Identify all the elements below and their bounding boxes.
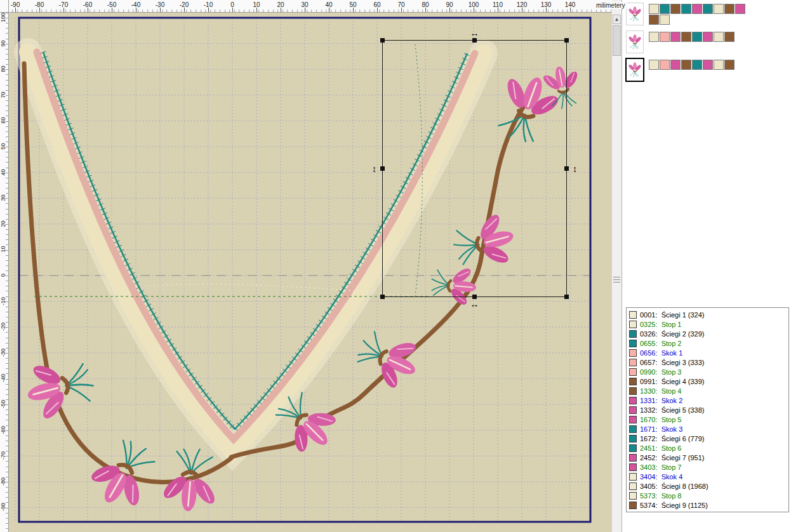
- stitch-list-item[interactable]: 0656: Skok 1: [627, 348, 788, 357]
- h-ruler-tick: [570, 8, 571, 12]
- stitch-color-swatch: [629, 397, 637, 404]
- scroll-up-icon[interactable]: ▲: [613, 15, 621, 24]
- stitch-list-item[interactable]: 1670: Stop 5: [627, 415, 788, 424]
- selection-handle-middle-left[interactable]: [380, 166, 385, 171]
- color-chip[interactable]: [724, 32, 734, 42]
- color-chip-strip: [649, 58, 747, 70]
- v-ruler-label: 70: [0, 85, 7, 104]
- stitch-list-item[interactable]: 2451: Stop 6: [627, 443, 788, 453]
- stitch-color-swatch: [629, 359, 637, 366]
- selection-handle-bottom-left[interactable]: [380, 295, 385, 299]
- stitch-list[interactable]: 0001: Ściegi 1 (324)0325: Stop 10326: Śc…: [626, 307, 789, 512]
- stitch-list-item[interactable]: 5373: Stop 8: [627, 491, 788, 500]
- design-thumbnail[interactable]: [626, 58, 644, 81]
- h-ruler-tick: [377, 8, 378, 12]
- stitch-label: 1670: Stop 5: [640, 416, 681, 423]
- stitch-color-swatch: [629, 340, 637, 347]
- stitch-label: 3403: Stop 7: [640, 463, 681, 471]
- color-chip[interactable]: [670, 60, 681, 70]
- stitch-list-item[interactable]: 1671: Skok 3: [627, 424, 788, 434]
- color-chip[interactable]: [649, 4, 659, 14]
- stitch-list-item[interactable]: 1331: Skok 2: [627, 396, 788, 405]
- vertical-scrollbar[interactable]: ▲: [611, 13, 622, 532]
- stitch-color-swatch: [629, 502, 637, 509]
- palette-row[interactable]: [626, 58, 790, 81]
- pane-splitter-handle[interactable]: [613, 272, 620, 287]
- color-chip[interactable]: [670, 32, 681, 42]
- h-ruler-tick: [184, 8, 185, 12]
- stitch-list-item[interactable]: 1330: Stop 4: [627, 386, 788, 396]
- color-chip[interactable]: [681, 32, 691, 42]
- v-ruler-label: -80: [0, 472, 7, 491]
- color-chip[interactable]: [660, 60, 670, 70]
- resize-horizontal-icon[interactable]: ↔: [470, 300, 479, 309]
- stitch-list-item[interactable]: 3403: Stop 7: [627, 462, 788, 472]
- color-chip-strip: [649, 30, 747, 42]
- color-chip[interactable]: [681, 60, 691, 70]
- color-chip[interactable]: [714, 4, 724, 14]
- selection-handle-top-left[interactable]: [380, 38, 385, 43]
- resize-horizontal-icon[interactable]: ↔: [470, 29, 479, 37]
- stitch-list-item[interactable]: 0325: Stop 1: [627, 319, 788, 329]
- stitch-list-item[interactable]: 5374: Ściegi 9 (1125): [627, 500, 788, 510]
- selection-handle-bottom-right[interactable]: [564, 295, 569, 299]
- stitch-list-item[interactable]: 0657: Ściegi 3 (333): [627, 357, 788, 367]
- h-ruler-tick: [256, 8, 257, 12]
- stitch-list-item[interactable]: 0991: Ściegi 4 (339): [627, 376, 788, 386]
- design-canvas[interactable]: ↔ ↔ ↕ ↕: [9, 13, 611, 532]
- h-ruler-tick: [401, 8, 402, 12]
- v-ruler-label: -20: [0, 317, 7, 336]
- stitch-list-item[interactable]: 3404: Skok 4: [627, 472, 788, 481]
- h-ruler-tick: [281, 8, 281, 12]
- stitch-label: 3404: Skok 4: [640, 473, 682, 481]
- stitch-list-item[interactable]: 0655: Stop 2: [627, 338, 788, 348]
- design-thumbnail[interactable]: [626, 30, 644, 53]
- color-chip[interactable]: [703, 32, 713, 42]
- color-chip[interactable]: [724, 60, 734, 70]
- color-chip[interactable]: [703, 60, 713, 70]
- color-chip[interactable]: [670, 4, 681, 14]
- color-chip[interactable]: [660, 15, 670, 25]
- resize-vertical-icon[interactable]: ↕: [573, 164, 577, 173]
- color-chip[interactable]: [714, 60, 724, 70]
- color-chip[interactable]: [660, 32, 670, 42]
- color-chip[interactable]: [660, 4, 670, 14]
- design-thumbnail[interactable]: [626, 3, 644, 25]
- color-chip[interactable]: [692, 32, 702, 42]
- stitch-list-item[interactable]: 0001: Ściegi 1 (324): [627, 310, 788, 319]
- stitch-list-item[interactable]: 1672: Ściegi 6 (779): [627, 434, 788, 443]
- selection-handle-bottom-center[interactable]: [472, 295, 477, 299]
- stitch-list-item[interactable]: 1332: Ściegi 5 (338): [627, 405, 788, 415]
- color-chip[interactable]: [692, 60, 702, 70]
- color-chip[interactable]: [649, 32, 659, 42]
- stitch-list-item[interactable]: 0990: Stop 3: [627, 367, 788, 376]
- scrollbar-thumb[interactable]: [613, 25, 621, 56]
- stitch-list-item[interactable]: 3405: Ściegi 8 (1968): [627, 481, 788, 491]
- v-ruler-label: 80: [0, 60, 7, 79]
- stitch-color-swatch: [629, 473, 637, 481]
- stitch-list-item[interactable]: 2452: Ściegi 7 (951): [627, 453, 788, 462]
- resize-vertical-icon[interactable]: ↕: [372, 164, 376, 173]
- v-ruler-label: -30: [0, 343, 7, 362]
- h-ruler-tick: [449, 8, 450, 12]
- h-ruler-tick: [522, 8, 522, 12]
- selection-handle-middle-right[interactable]: [564, 166, 569, 171]
- color-chip[interactable]: [724, 4, 734, 14]
- color-chip[interactable]: [714, 32, 724, 42]
- color-chip[interactable]: [703, 4, 713, 14]
- stitch-label: 0991: Ściegi 4 (339): [640, 378, 705, 385]
- stitch-list-item[interactable]: 0326: Ściegi 2 (329): [627, 329, 788, 338]
- palette-row[interactable]: [626, 30, 790, 53]
- stitch-color-swatch: [629, 311, 637, 319]
- color-chip[interactable]: [649, 15, 659, 25]
- selection-box[interactable]: ↔ ↔ ↕ ↕: [382, 40, 567, 297]
- color-chip[interactable]: [735, 4, 745, 14]
- color-chip[interactable]: [681, 4, 691, 14]
- palette-row[interactable]: [626, 3, 790, 25]
- stitch-color-swatch: [629, 435, 637, 442]
- selection-handle-top-center[interactable]: [472, 38, 477, 43]
- stitch-label: 5373: Stop 8: [640, 492, 681, 500]
- selection-handle-top-right[interactable]: [564, 38, 569, 43]
- color-chip[interactable]: [649, 60, 659, 70]
- color-chip[interactable]: [692, 4, 702, 14]
